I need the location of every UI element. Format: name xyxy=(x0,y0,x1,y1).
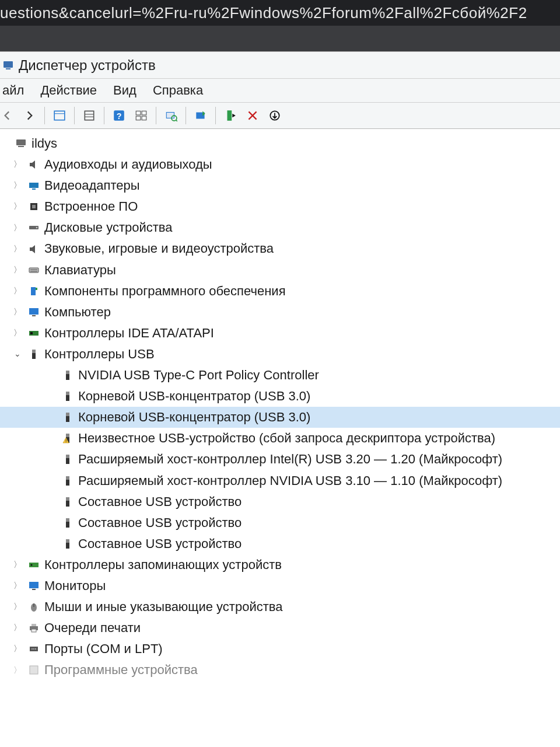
svg-rect-67 xyxy=(32,629,36,632)
svg-rect-52 xyxy=(66,480,69,486)
toolbar-enable-button[interactable] xyxy=(220,106,240,125)
toolbar-back-button[interactable] xyxy=(0,106,18,125)
svg-point-70 xyxy=(33,648,34,650)
device-manager-icon xyxy=(1,58,15,72)
tree-category-label: Контроллеры запоминающих устройств xyxy=(44,555,285,575)
svg-rect-45 xyxy=(66,416,69,422)
tree-item-usb-root-hub-1[interactable]: · Корневой USB-концентратор (USB 3.0) xyxy=(0,386,560,407)
tree-category-label: Мыши и иные указывающие устройства xyxy=(44,597,286,617)
tree-root-node[interactable]: ▪ ildys xyxy=(0,133,560,154)
svg-rect-38 xyxy=(32,350,36,353)
svg-rect-44 xyxy=(66,413,69,416)
toolbar-by-type-button[interactable] xyxy=(131,106,151,125)
expander-icon[interactable]: 〉 xyxy=(12,200,23,213)
svg-rect-72 xyxy=(30,666,38,674)
toolbar: ? xyxy=(0,102,560,129)
expander-icon[interactable]: 〉 xyxy=(12,580,23,592)
tree-item-usb-composite-2[interactable]: · Составное USB устройство xyxy=(0,512,560,533)
svg-rect-0 xyxy=(4,61,13,68)
tree-item-usb-nvidia-xhci[interactable]: · Расширяемый хост-контроллер NVIDIA USB… xyxy=(0,470,560,491)
expander-icon[interactable]: ⌄ xyxy=(12,348,23,361)
svg-rect-4 xyxy=(85,111,93,120)
tree-category-sound[interactable]: 〉 Звуковые, игровые и видеоустройства xyxy=(0,238,560,259)
device-manager-window: Диспетчер устройств айл Действие Вид Спр… xyxy=(0,51,560,747)
expander-icon[interactable]: 〉 xyxy=(12,601,23,613)
tree-category-label: Дисковые устройства xyxy=(44,218,176,238)
toolbar-update-driver-button[interactable] xyxy=(191,106,211,125)
tree-category-label: Компоненты программного обеспечения xyxy=(44,281,289,301)
disk-icon xyxy=(27,221,41,235)
tree-category-print[interactable]: 〉 Очереди печати xyxy=(0,617,560,638)
tree-item-label: Расширяемый хост-контроллер NVIDIA USB 3… xyxy=(78,471,506,491)
tree-category-usb[interactable]: ⌄ Контроллеры USB xyxy=(0,344,560,365)
tree-category-disk[interactable]: 〉 Дисковые устройства xyxy=(0,217,560,238)
tree-item-usb-unknown-warning[interactable]: · ! Неизвестное USB-устройство (сбой зап… xyxy=(0,428,560,449)
tree-item-usb-nvidia-typec[interactable]: · NVIDIA USB Type-C Port Policy Controll… xyxy=(0,365,560,386)
expander-icon[interactable]: 〉 xyxy=(12,558,23,571)
tree-item-usb-composite-1[interactable]: · Составное USB устройство xyxy=(0,491,560,512)
svg-rect-32 xyxy=(31,287,36,295)
svg-rect-51 xyxy=(66,476,69,480)
speaker-icon xyxy=(27,158,41,172)
svg-rect-49 xyxy=(66,455,69,458)
menu-action[interactable]: Действие xyxy=(32,79,105,102)
expander-icon[interactable]: 〉 xyxy=(12,264,23,277)
software-device-icon xyxy=(27,663,41,677)
tree-category-video[interactable]: 〉 Видеоадаптеры xyxy=(0,175,560,196)
tree-category-label: Очереди печати xyxy=(44,618,144,638)
tree-item-label: Составное USB устройство xyxy=(78,492,245,512)
tree-category-monitor[interactable]: 〉 Мониторы xyxy=(0,575,560,596)
expander-icon[interactable]: 〉 xyxy=(12,327,23,340)
tree-category-firmware[interactable]: 〉 Встроенное ПО xyxy=(0,196,560,217)
toolbar-show-hidden-button[interactable] xyxy=(50,106,69,125)
expander-icon[interactable]: 〉 xyxy=(12,306,23,319)
svg-rect-34 xyxy=(29,308,38,315)
toolbar-uninstall-button[interactable] xyxy=(243,106,262,125)
tree-category-keyboard[interactable]: 〉 Клавиатуры xyxy=(0,260,560,281)
tree-category-swdev[interactable]: 〉 Программные устройства xyxy=(0,659,560,680)
tree-item-usb-root-hub-2-selected[interactable]: · Корневой USB-концентратор (USB 3.0) xyxy=(0,407,560,428)
tree-item-usb-composite-3[interactable]: · Составное USB устройство xyxy=(0,533,560,554)
toolbar-forward-button[interactable] xyxy=(20,106,40,125)
expander-icon[interactable]: 〉 xyxy=(12,664,23,677)
expander-icon[interactable]: 〉 xyxy=(12,222,23,235)
titlebar[interactable]: Диспетчер устройств xyxy=(0,52,560,79)
tree-category-ports[interactable]: 〉 Порты (COM и LPT) xyxy=(0,638,560,659)
svg-rect-9 xyxy=(136,111,141,115)
toolbar-separator xyxy=(44,107,45,124)
ports-icon xyxy=(27,642,41,656)
device-tree[interactable]: ▪ ildys 〉 Аудиовходы и аудиовыходы 〉 Вид… xyxy=(0,129,560,747)
toolbar-properties-button[interactable] xyxy=(79,106,99,125)
expander-icon[interactable]: 〉 xyxy=(12,243,23,256)
toolbar-scan-button[interactable] xyxy=(161,106,181,125)
toolbar-disable-button[interactable] xyxy=(265,106,285,125)
expander-icon[interactable]: 〉 xyxy=(12,285,23,298)
toolbar-help-button[interactable]: ? xyxy=(109,106,129,125)
expander-icon[interactable]: 〉 xyxy=(12,643,23,655)
menu-help[interactable]: Справка xyxy=(145,79,211,102)
tree-category-storage[interactable]: 〉 Контроллеры запоминающих устройств xyxy=(0,554,560,575)
expander-icon[interactable]: 〉 xyxy=(12,179,23,192)
expander-icon[interactable]: 〉 xyxy=(12,622,23,634)
menu-view[interactable]: Вид xyxy=(105,79,145,102)
svg-rect-13 xyxy=(166,113,174,118)
tree-category-ide[interactable]: 〉 Контроллеры IDE ATA/ATAPI xyxy=(0,323,560,344)
tree-category-mouse[interactable]: 〉 Мыши и иные указывающие устройства xyxy=(0,596,560,617)
svg-rect-40 xyxy=(66,371,69,374)
window-title: Диспетчер устройств xyxy=(19,57,156,74)
svg-rect-35 xyxy=(32,315,36,316)
svg-rect-54 xyxy=(66,501,69,507)
menu-file[interactable]: айл xyxy=(0,79,32,102)
svg-rect-23 xyxy=(29,183,38,188)
speaker-icon xyxy=(27,242,41,256)
svg-rect-26 xyxy=(32,205,36,208)
tree-item-usb-intel-xhci[interactable]: · Расширяемый хост-контроллер Intel(R) U… xyxy=(0,449,560,470)
tree-item-label: Неизвестное USB-устройство (сбой запроса… xyxy=(78,428,499,448)
tree-category-computer[interactable]: 〉 Компьютер xyxy=(0,302,560,323)
expander-icon[interactable]: 〉 xyxy=(12,158,23,171)
usb-device-icon xyxy=(61,474,75,488)
tree-category-audio[interactable]: 〉 Аудиовходы и аудиовыходы xyxy=(0,154,560,175)
svg-rect-62 xyxy=(32,589,36,590)
svg-rect-46 xyxy=(66,434,69,437)
tree-category-swcomp[interactable]: 〉 Компоненты программного обеспечения xyxy=(0,281,560,302)
